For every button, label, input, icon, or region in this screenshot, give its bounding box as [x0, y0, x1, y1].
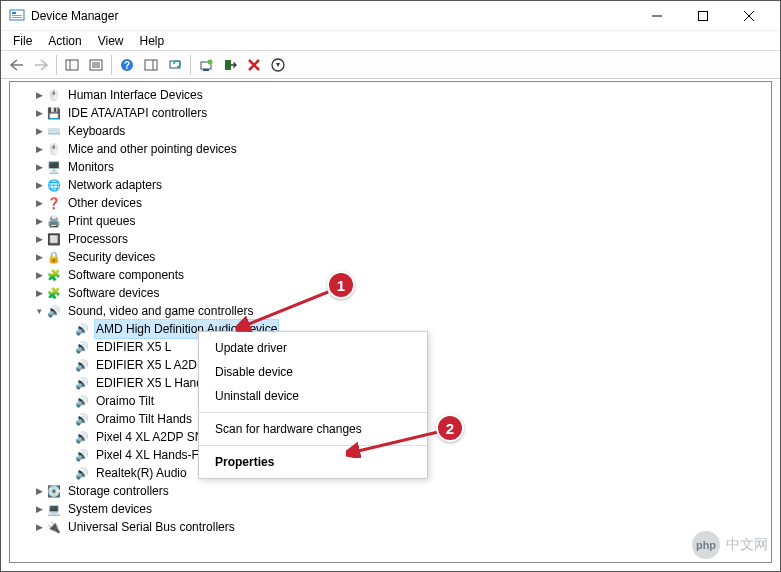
speaker-icon: 🔊 [74, 411, 90, 427]
hid-icon: 🖱️ [46, 87, 62, 103]
chevron-right-icon[interactable]: ▶ [32, 482, 46, 500]
tree-node-printq[interactable]: ▶🖨️Print queues [10, 212, 771, 230]
device-tree-pane: ▶🖱️Human Interface Devices ▶💾IDE ATA/ATA… [9, 81, 772, 563]
chevron-right-icon[interactable]: ▶ [32, 230, 46, 248]
chevron-right-icon[interactable]: ▶ [32, 518, 46, 536]
network-icon: 🌐 [46, 177, 62, 193]
close-button[interactable] [726, 1, 772, 31]
annotation-badge-1: 1 [327, 271, 355, 299]
keyboard-icon: ⌨️ [46, 123, 62, 139]
tree-node-monitors[interactable]: ▶🖥️Monitors [10, 158, 771, 176]
tree-node-sound[interactable]: ▾🔊Sound, video and game controllers [10, 302, 771, 320]
software-icon: 🧩 [46, 285, 62, 301]
other-icon: ❓ [46, 195, 62, 211]
speaker-icon: 🔊 [74, 321, 90, 337]
sound-icon: 🔊 [46, 303, 62, 319]
speaker-icon: 🔊 [74, 447, 90, 463]
tree-node-network[interactable]: ▶🌐Network adapters [10, 176, 771, 194]
scan-hardware-icon[interactable] [163, 54, 187, 76]
annotation-badge-2: 2 [436, 414, 464, 442]
context-uninstall-device[interactable]: Uninstall device [199, 384, 427, 408]
speaker-icon: 🔊 [74, 357, 90, 373]
tree-node-swdevs[interactable]: ▶🧩Software devices [10, 284, 771, 302]
menubar: File Action View Help [1, 31, 780, 51]
chevron-right-icon[interactable]: ▶ [32, 86, 46, 104]
titlebar: Device Manager [1, 1, 780, 31]
mouse-icon: 🖱️ [46, 141, 62, 157]
update-driver-icon[interactable] [194, 54, 218, 76]
forward-button[interactable] [29, 54, 53, 76]
window-controls [634, 1, 772, 31]
menu-help[interactable]: Help [132, 32, 173, 50]
chevron-right-icon[interactable]: ▶ [32, 194, 46, 212]
speaker-icon: 🔊 [74, 465, 90, 481]
svg-rect-8 [66, 60, 78, 70]
monitor-icon: 🖥️ [46, 159, 62, 175]
context-scan-hardware[interactable]: Scan for hardware changes [199, 417, 427, 441]
menu-view[interactable]: View [90, 32, 132, 50]
context-update-driver[interactable]: Update driver [199, 336, 427, 360]
menu-file[interactable]: File [5, 32, 40, 50]
chevron-down-icon[interactable]: ▾ [32, 302, 46, 320]
svg-rect-1 [12, 12, 16, 14]
svg-rect-16 [145, 60, 157, 70]
context-disable-device[interactable]: Disable device [199, 360, 427, 384]
help-icon[interactable]: ? [115, 54, 139, 76]
chevron-right-icon[interactable]: ▶ [32, 122, 46, 140]
speaker-icon: 🔊 [74, 375, 90, 391]
system-icon: 💻 [46, 501, 62, 517]
tree-node-ide[interactable]: ▶💾IDE ATA/ATAPI controllers [10, 104, 771, 122]
svg-rect-5 [699, 11, 708, 20]
tree-node-mice[interactable]: ▶🖱️Mice and other pointing devices [10, 140, 771, 158]
print-icon: 🖨️ [46, 213, 62, 229]
watermark-logo: php [692, 531, 720, 559]
tree-node-hid[interactable]: ▶🖱️Human Interface Devices [10, 86, 771, 104]
cpu-icon: 🔲 [46, 231, 62, 247]
back-button[interactable] [5, 54, 29, 76]
disable-device-icon[interactable] [218, 54, 242, 76]
chevron-right-icon[interactable]: ▶ [32, 176, 46, 194]
watermark-text: 中文网 [726, 536, 768, 554]
add-legacy-hardware-icon[interactable] [266, 54, 290, 76]
maximize-button[interactable] [680, 1, 726, 31]
ide-icon: 💾 [46, 105, 62, 121]
svg-rect-3 [12, 17, 22, 18]
svg-text:?: ? [124, 60, 130, 71]
context-separator [199, 445, 427, 446]
tree-node-processors[interactable]: ▶🔲Processors [10, 230, 771, 248]
chevron-right-icon[interactable]: ▶ [32, 284, 46, 302]
watermark: php 中文网 [692, 531, 768, 559]
chevron-right-icon[interactable]: ▶ [32, 140, 46, 158]
tree-node-storage[interactable]: ▶💽Storage controllers [10, 482, 771, 500]
app-icon [9, 8, 25, 24]
chevron-right-icon[interactable]: ▶ [32, 500, 46, 518]
software-icon: 🧩 [46, 267, 62, 283]
speaker-icon: 🔊 [74, 429, 90, 445]
usb-icon: 🔌 [46, 519, 62, 535]
chevron-right-icon[interactable]: ▶ [32, 212, 46, 230]
window-title: Device Manager [31, 9, 118, 23]
tree-node-other[interactable]: ▶❓Other devices [10, 194, 771, 212]
tree-node-security[interactable]: ▶🔒Security devices [10, 248, 771, 266]
context-properties[interactable]: Properties [199, 450, 427, 474]
context-menu: Update driver Disable device Uninstall d… [198, 331, 428, 479]
show-hide-console-tree-icon[interactable] [60, 54, 84, 76]
action-pane-icon[interactable] [139, 54, 163, 76]
security-icon: 🔒 [46, 249, 62, 265]
menu-action[interactable]: Action [40, 32, 89, 50]
chevron-right-icon[interactable]: ▶ [32, 266, 46, 284]
chevron-right-icon[interactable]: ▶ [32, 158, 46, 176]
tree-node-keyboards[interactable]: ▶⌨️Keyboards [10, 122, 771, 140]
svg-rect-22 [225, 60, 231, 70]
chevron-right-icon[interactable]: ▶ [32, 248, 46, 266]
minimize-button[interactable] [634, 1, 680, 31]
tree-node-swcomps[interactable]: ▶🧩Software components [10, 266, 771, 284]
svg-point-21 [208, 59, 213, 64]
speaker-icon: 🔊 [74, 339, 90, 355]
uninstall-device-icon[interactable] [242, 54, 266, 76]
chevron-right-icon[interactable]: ▶ [32, 104, 46, 122]
tree-node-usb[interactable]: ▶🔌Universal Serial Bus controllers [10, 518, 771, 536]
properties-icon[interactable] [84, 54, 108, 76]
speaker-icon: 🔊 [74, 393, 90, 409]
tree-node-sysdev[interactable]: ▶💻System devices [10, 500, 771, 518]
